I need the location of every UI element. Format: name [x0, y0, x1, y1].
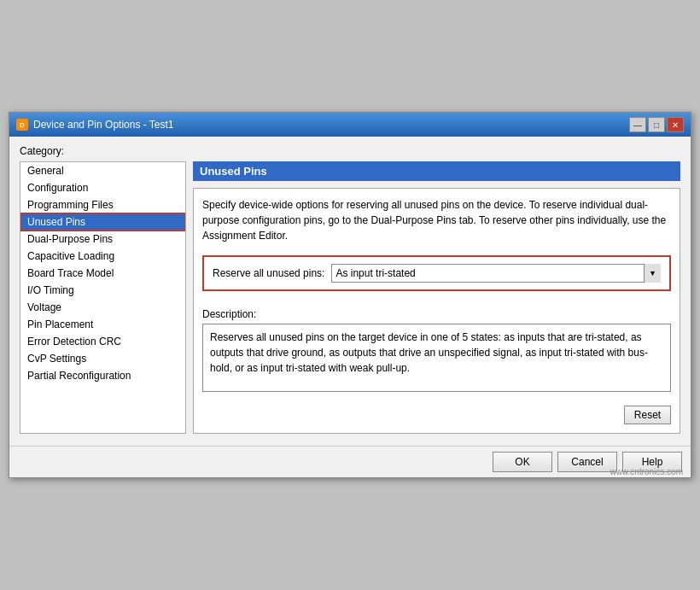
reserve-label: Reserve all unused pins:: [213, 267, 324, 279]
sidebar: General Configuration Programming Files …: [20, 161, 186, 434]
sidebar-item-error-detection-crc[interactable]: Error Detection CRC: [20, 333, 185, 350]
reserve-select-wrapper: As input tri-statedAs output driving gro…: [331, 264, 661, 283]
svg-text:D: D: [20, 121, 25, 129]
section-description: Specify device-wide options for reservin…: [202, 197, 671, 243]
description-section: Description: Reserves all unused pins on…: [202, 308, 671, 392]
reserve-box: Reserve all unused pins: As input tri-st…: [202, 255, 671, 291]
sidebar-item-configuration[interactable]: Configuration: [20, 179, 185, 196]
close-button[interactable]: ✕: [667, 117, 684, 132]
sidebar-item-voltage[interactable]: Voltage: [20, 299, 185, 316]
main-window: D Device and Pin Options - Test1 — □ ✕ C…: [9, 112, 691, 478]
sidebar-item-partial-reconfiguration[interactable]: Partial Reconfiguration: [20, 367, 185, 384]
right-panel: Unused Pins Specify device-wide options …: [193, 161, 680, 434]
sidebar-item-dual-purpose-pins[interactable]: Dual-Purpose Pins: [20, 231, 185, 248]
sidebar-item-unused-pins[interactable]: Unused Pins: [20, 213, 185, 231]
watermark: www.cntronics.com: [610, 467, 683, 476]
footer-bar: OK Cancel Help: [9, 446, 691, 477]
desc-label: Description:: [202, 308, 671, 320]
window-body: Category: General Configuration Programm…: [9, 137, 691, 442]
category-label: Category:: [20, 145, 680, 157]
maximize-button[interactable]: □: [648, 117, 665, 132]
sidebar-item-capacitive-loading[interactable]: Capacitive Loading: [20, 248, 185, 265]
section-body: Specify device-wide options for reservin…: [193, 188, 680, 434]
desc-box: Reserves all unused pins on the target d…: [202, 324, 671, 392]
reset-button[interactable]: Reset: [624, 406, 671, 424]
sidebar-item-io-timing[interactable]: I/O Timing: [20, 282, 185, 299]
window-icon: D: [16, 119, 28, 131]
title-controls: — □ ✕: [629, 117, 684, 132]
main-content: General Configuration Programming Files …: [20, 161, 680, 434]
reserve-select[interactable]: As input tri-statedAs output driving gro…: [331, 264, 661, 283]
sidebar-item-board-trace-model[interactable]: Board Trace Model: [20, 265, 185, 282]
title-bar-left: D Device and Pin Options - Test1: [16, 119, 174, 131]
sidebar-item-programming-files[interactable]: Programming Files: [20, 196, 185, 213]
title-bar: D Device and Pin Options - Test1 — □ ✕: [9, 113, 691, 137]
reset-area: Reset: [202, 406, 671, 424]
sidebar-item-general[interactable]: General: [20, 162, 185, 179]
section-header: Unused Pins: [193, 161, 680, 181]
ok-button[interactable]: OK: [493, 452, 552, 472]
cancel-button[interactable]: Cancel: [557, 452, 617, 472]
minimize-button[interactable]: —: [629, 117, 646, 132]
sidebar-item-pin-placement[interactable]: Pin Placement: [20, 316, 185, 333]
sidebar-item-cvp-settings[interactable]: CvP Settings: [20, 350, 185, 367]
window-title: Device and Pin Options - Test1: [33, 119, 174, 131]
